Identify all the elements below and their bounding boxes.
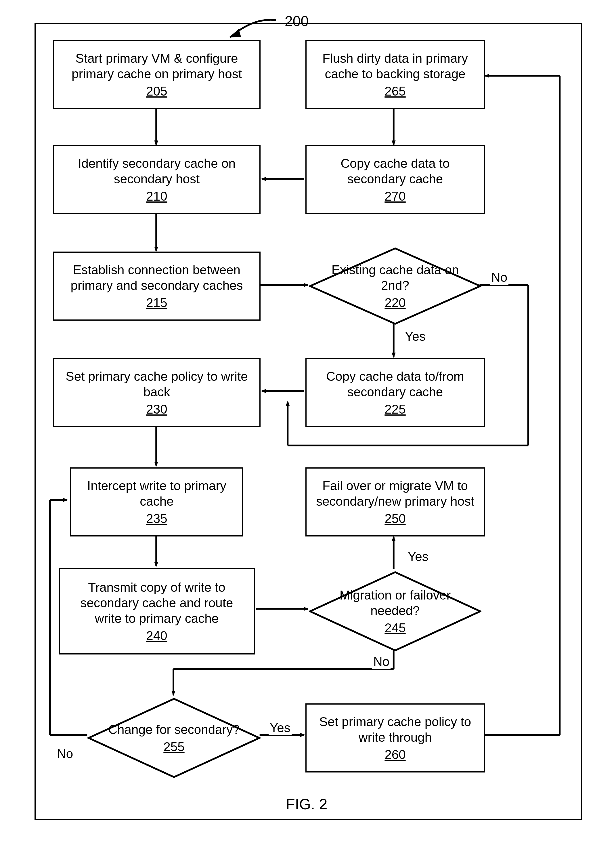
- node-ref: 225: [384, 402, 405, 416]
- node-ref: 235: [146, 512, 167, 526]
- node-text: Fail over or migrate VM to secondary/new…: [312, 478, 478, 509]
- node-text: Existing cache data on 2nd?: [320, 262, 470, 293]
- process-set-writethrough: Set primary cache policy to write throug…: [305, 703, 485, 772]
- edge-label-yes: Yes: [268, 721, 292, 735]
- edge-label-yes: Yes: [404, 329, 427, 344]
- node-ref: 250: [384, 512, 405, 526]
- node-ref: 210: [146, 189, 167, 203]
- node-text: Copy cache data to/from secondary cache: [312, 369, 478, 399]
- node-text: Start primary VM & configure primary cac…: [60, 51, 254, 81]
- process-identify-secondary: Identify secondary cache on secondary ho…: [53, 145, 261, 214]
- node-ref: 260: [384, 747, 405, 762]
- node-text: Set primary cache policy to write throug…: [312, 714, 478, 745]
- node-text: Change for secondary?: [108, 722, 239, 737]
- process-start-primary-vm: Start primary VM & configure primary cac…: [53, 40, 261, 109]
- node-text: Flush dirty data in primary cache to bac…: [312, 51, 478, 81]
- decision-existing-cache: Existing cache data on 2nd? 220: [309, 247, 481, 325]
- node-ref: 220: [384, 296, 405, 310]
- node-ref: 240: [146, 628, 167, 643]
- flowchart-container: Start primary VM & configure primary cac…: [35, 23, 582, 820]
- page: 200: [0, 0, 616, 843]
- decision-migration-failover: Migration or failover needed? 245: [309, 571, 481, 652]
- node-ref: 265: [384, 84, 405, 99]
- node-ref: 215: [146, 296, 167, 310]
- process-copy-to-secondary: Copy cache data to secondary cache 270: [305, 145, 485, 214]
- decision-change-secondary: Change for secondary? 255: [87, 698, 261, 778]
- edge-label-no: No: [490, 270, 509, 285]
- process-copy-tofrom-secondary: Copy cache data to/from secondary cache …: [305, 358, 485, 427]
- process-set-writeback: Set primary cache policy to write back 2…: [53, 358, 261, 427]
- node-text: Intercept write to primary cache: [77, 478, 236, 509]
- node-text: Set primary cache policy to write back: [60, 369, 254, 399]
- node-text: Copy cache data to secondary cache: [312, 156, 478, 187]
- process-transmit-copy: Transmit copy of write to secondary cach…: [59, 568, 255, 655]
- process-establish-connection: Establish connection between primary and…: [53, 252, 261, 321]
- process-intercept-write: Intercept write to primary cache 235: [70, 468, 243, 537]
- node-text: Identify secondary cache on secondary ho…: [60, 156, 254, 187]
- edge-label-no: No: [372, 655, 390, 669]
- node-ref: 255: [163, 740, 184, 754]
- node-text: Establish connection between primary and…: [60, 262, 254, 293]
- edge-label-no: No: [56, 747, 74, 761]
- node-ref: 230: [146, 402, 167, 416]
- node-text: Migration or failover needed?: [320, 587, 470, 618]
- process-failover-migrate: Fail over or migrate VM to secondary/new…: [305, 468, 485, 537]
- node-text: Transmit copy of write to secondary cach…: [66, 580, 248, 626]
- process-flush-dirty: Flush dirty data in primary cache to bac…: [305, 40, 485, 109]
- edge-label-yes: Yes: [407, 549, 430, 564]
- node-ref: 245: [384, 621, 405, 635]
- figure-caption: FIG. 2: [286, 796, 327, 813]
- node-ref: 205: [146, 84, 167, 99]
- node-ref: 270: [384, 189, 405, 203]
